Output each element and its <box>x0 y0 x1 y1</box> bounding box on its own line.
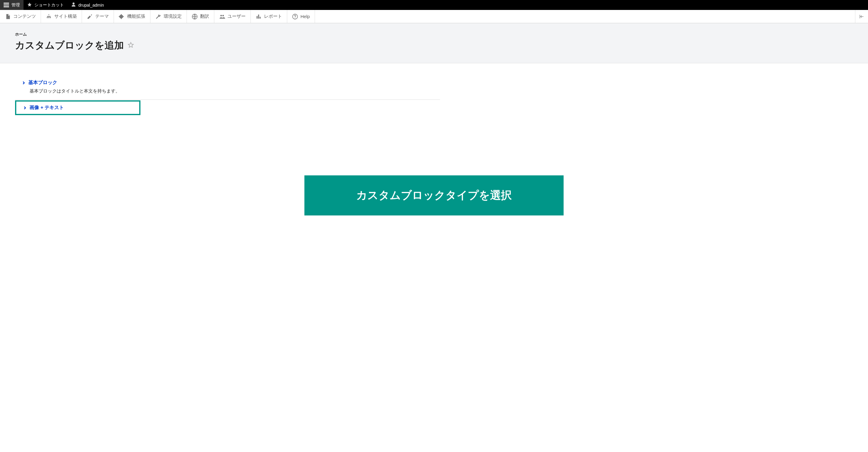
paint-icon <box>87 13 93 20</box>
collapse-toggle[interactable] <box>855 10 868 23</box>
shortcuts-label: ショートカット <box>34 2 64 8</box>
menu-label: コンテンツ <box>13 13 36 19</box>
collapse-icon <box>859 14 864 19</box>
star-icon <box>27 2 32 8</box>
block-type-item-basic: 基本ブロック 基本ブロックはタイトルと本文を持ちます。 <box>15 75 440 100</box>
content-area: 基本ブロック 基本ブロックはタイトルと本文を持ちます。 画像 + テキスト カス… <box>0 63 868 227</box>
menu-label: サイト構築 <box>54 13 77 19</box>
chevron-right-icon <box>22 82 25 85</box>
chevron-right-icon <box>24 106 27 109</box>
block-type-desc: 基本ブロックはタイトルと本文を持ちます。 <box>30 88 440 94</box>
puzzle-icon <box>119 13 125 20</box>
user-menu[interactable]: drupal_admin <box>67 0 107 10</box>
users-icon <box>219 13 225 20</box>
globe-icon <box>192 13 198 20</box>
instruction-banner: カスタムブロックタイプを選択 <box>304 175 564 216</box>
username-label: drupal_admin <box>79 3 104 7</box>
admin-menu: コンテンツ サイト構築 テーマ 機能拡張 環境設定 翻訳 ユーザー レポート H… <box>0 10 868 23</box>
shortcuts-link[interactable]: ショートカット <box>24 0 67 10</box>
hamburger-icon <box>4 3 9 7</box>
star-outline-icon <box>127 41 134 48</box>
menu-help[interactable]: Help <box>287 10 315 23</box>
spacer <box>315 10 855 23</box>
file-icon <box>5 13 11 20</box>
page-header: ホーム カスタムブロックを追加 <box>0 23 868 63</box>
favorite-toggle[interactable] <box>127 41 134 50</box>
structure-icon <box>46 13 52 20</box>
block-type-item-image-text: 画像 + テキスト <box>15 100 141 115</box>
menu-structure[interactable]: サイト構築 <box>41 10 82 23</box>
manage-label: 管理 <box>11 2 20 8</box>
menu-extend[interactable]: 機能拡張 <box>114 10 150 23</box>
menu-label: テーマ <box>95 13 109 19</box>
block-type-link-basic[interactable]: 基本ブロック <box>22 79 440 86</box>
page-title: カスタムブロックを追加 <box>15 39 124 52</box>
user-icon <box>71 2 76 8</box>
block-type-title: 画像 + テキスト <box>30 104 64 111</box>
chart-icon <box>255 13 261 20</box>
menu-translate[interactable]: 翻訳 <box>187 10 214 23</box>
block-type-link-image-text[interactable]: 画像 + テキスト <box>24 104 139 111</box>
menu-label: 翻訳 <box>200 13 209 19</box>
menu-config[interactable]: 環境設定 <box>150 10 187 23</box>
topbar: 管理 ショートカット drupal_admin <box>0 0 868 10</box>
block-type-list: 基本ブロック 基本ブロックはタイトルと本文を持ちます。 画像 + テキスト <box>15 75 440 115</box>
menu-label: レポート <box>264 13 282 19</box>
menu-label: Help <box>301 14 310 19</box>
wrench-icon <box>155 13 161 20</box>
menu-appearance[interactable]: テーマ <box>82 10 114 23</box>
menu-content[interactable]: コンテンツ <box>0 10 41 23</box>
menu-people[interactable]: ユーザー <box>214 10 251 23</box>
menu-label: 環境設定 <box>164 13 182 19</box>
block-type-title: 基本ブロック <box>28 79 57 86</box>
menu-reports[interactable]: レポート <box>251 10 287 23</box>
help-icon <box>292 13 298 20</box>
menu-label: ユーザー <box>227 13 246 19</box>
menu-label: 機能拡張 <box>127 13 145 19</box>
page-title-row: カスタムブロックを追加 <box>15 39 853 52</box>
manage-toggle[interactable]: 管理 <box>0 0 24 10</box>
breadcrumb[interactable]: ホーム <box>15 32 853 37</box>
